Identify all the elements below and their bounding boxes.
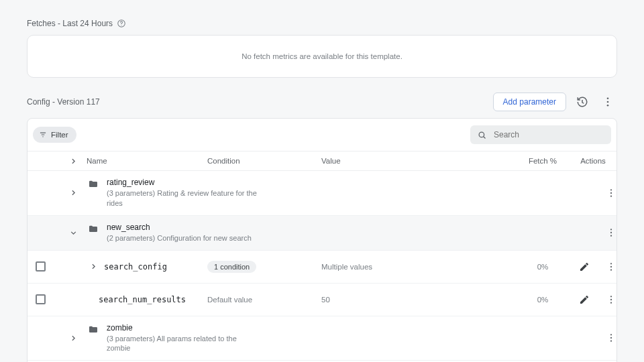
svg-point-8 <box>479 132 484 137</box>
svg-point-13 <box>610 229 612 230</box>
row-overflow-icon[interactable] <box>602 290 617 309</box>
param-name: search_num_results <box>99 295 186 304</box>
param-row[interactable]: search_num_resultsDefault value500% <box>28 284 616 316</box>
col-name: Name <box>87 157 207 165</box>
col-value: Value <box>321 157 523 165</box>
group-desc: (2 parameters) Configuration for new sea… <box>107 233 252 243</box>
fetches-empty-card: No fetch metrics are available for this … <box>27 35 617 78</box>
svg-point-15 <box>610 235 612 237</box>
fetches-empty: No fetch metrics are available for this … <box>241 52 402 60</box>
folder-icon <box>87 323 100 337</box>
chevron-right-icon[interactable] <box>66 186 80 200</box>
config-title: Config - Version 117 <box>27 97 100 107</box>
chevron-right-icon[interactable] <box>87 260 100 274</box>
svg-point-12 <box>610 195 612 196</box>
group-row[interactable]: rating_review(3 parameters) Rating & rev… <box>28 171 616 216</box>
param-fetch: 0% <box>523 296 563 304</box>
svg-point-11 <box>610 192 612 194</box>
filter-label: Filter <box>51 131 68 139</box>
row-overflow-icon[interactable] <box>602 328 617 347</box>
overflow-menu-icon[interactable] <box>598 93 617 111</box>
search-icon <box>477 130 487 140</box>
svg-point-14 <box>610 232 612 233</box>
svg-point-20 <box>610 298 612 300</box>
row-overflow-icon[interactable] <box>602 184 617 202</box>
edit-icon[interactable] <box>575 257 594 276</box>
chevron-down-icon[interactable] <box>66 226 80 239</box>
svg-point-16 <box>610 263 612 264</box>
svg-point-23 <box>610 337 612 339</box>
svg-line-9 <box>484 136 486 138</box>
svg-point-22 <box>610 335 612 336</box>
config-table: Filter Name Condition Value Fetch % Acti… <box>27 118 617 362</box>
group-desc: (3 parameters) All params related to the… <box>107 334 261 354</box>
svg-point-4 <box>607 105 609 107</box>
row-checkbox[interactable] <box>36 261 46 272</box>
search-box[interactable] <box>470 125 611 144</box>
folder-icon <box>87 223 100 236</box>
param-condition: 1 condition <box>207 261 321 273</box>
svg-point-17 <box>610 265 612 267</box>
add-parameter-button[interactable]: Add parameter <box>493 93 566 111</box>
row-overflow-icon[interactable] <box>602 257 617 276</box>
param-value: Multiple values <box>321 263 523 271</box>
row-checkbox[interactable] <box>36 294 46 304</box>
param-name: search_config <box>104 262 167 272</box>
chevron-right-icon[interactable] <box>66 331 80 345</box>
param-condition: Default value <box>207 295 321 304</box>
fetches-title: Fetches - Last 24 Hours <box>27 19 617 28</box>
svg-point-19 <box>610 296 612 297</box>
svg-point-10 <box>610 189 612 190</box>
group-name: new_search <box>107 223 252 232</box>
param-fetch: 0% <box>523 263 563 271</box>
col-fetch: Fetch % <box>523 157 563 165</box>
svg-point-18 <box>610 269 612 270</box>
group-row[interactable]: zombie(3 parameters) All params related … <box>28 316 616 361</box>
help-icon[interactable] <box>117 19 126 28</box>
filter-icon <box>38 130 48 139</box>
group-name: zombie <box>107 323 261 333</box>
row-overflow-icon[interactable] <box>602 223 617 242</box>
group-name: rating_review <box>107 178 261 187</box>
svg-point-2 <box>607 97 609 99</box>
svg-point-21 <box>610 302 612 303</box>
col-condition: Condition <box>207 157 321 165</box>
folder-icon <box>87 178 100 191</box>
filter-chip[interactable]: Filter <box>33 127 76 143</box>
col-actions: Actions <box>563 157 617 165</box>
group-desc: (3 parameters) Rating & review feature f… <box>107 188 261 208</box>
history-icon[interactable] <box>573 93 592 111</box>
svg-point-24 <box>610 341 612 342</box>
param-value: 50 <box>321 296 523 304</box>
svg-point-3 <box>607 101 609 103</box>
expand-all-icon[interactable] <box>66 154 80 168</box>
svg-point-1 <box>121 25 122 25</box>
param-row[interactable]: search_config1 conditionMultiple values0… <box>28 251 616 284</box>
group-row[interactable]: new_search(2 parameters) Configuration f… <box>28 216 616 251</box>
edit-icon[interactable] <box>575 290 594 309</box>
search-input[interactable] <box>492 129 604 140</box>
